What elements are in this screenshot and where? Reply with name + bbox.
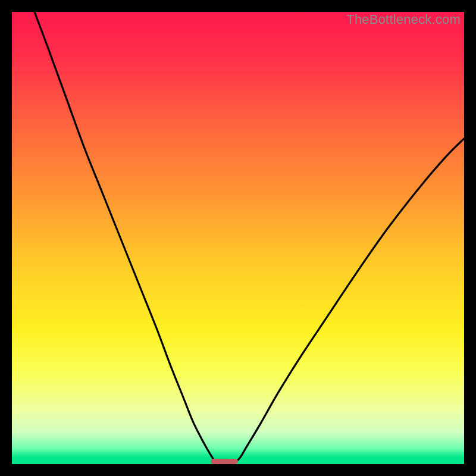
chart-frame: TheBottleneck.com: [12, 12, 464, 464]
gradient-background: [12, 12, 464, 464]
optimal-range-marker: [211, 459, 238, 464]
plot-area: TheBottleneck.com: [12, 12, 464, 464]
chart-svg: [12, 12, 464, 464]
watermark-text: TheBottleneck.com: [346, 12, 461, 27]
